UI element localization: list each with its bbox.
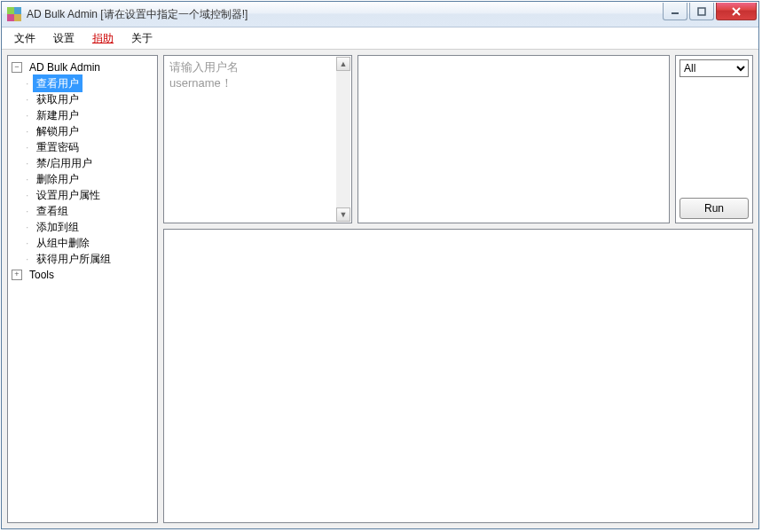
menubar: 文件 设置 捐助 关于: [2, 27, 758, 50]
expand-icon[interactable]: +: [12, 270, 22, 280]
tree-item[interactable]: ·新建用户: [10, 107, 155, 123]
top-row: ▲ ▼ All Run: [163, 55, 753, 223]
tree-item[interactable]: ·重置密码: [10, 139, 155, 155]
app-window: AD Bulk Admin [请在设置中指定一个域控制器!] 文件 设置 捐助 …: [1, 1, 759, 529]
right-column: ▲ ▼ All Run: [163, 55, 753, 523]
tree-item[interactable]: ·查看组: [10, 203, 155, 219]
window-controls: [661, 3, 757, 20]
tree-item-label: 新建用户: [33, 106, 82, 124]
middle-panel: [357, 55, 670, 223]
tree-item-label: 查看组: [33, 202, 72, 220]
input-scrollbar[interactable]: ▲ ▼: [336, 57, 350, 222]
menu-settings[interactable]: 设置: [44, 29, 83, 48]
tree-item-label: 删除用户: [33, 170, 82, 188]
tree-item-label: 解锁用户: [33, 122, 82, 140]
scroll-down-icon[interactable]: ▼: [336, 207, 350, 222]
maximize-icon: [697, 7, 706, 16]
tree-item-label: 从组中删除: [33, 234, 93, 252]
nav-tree: − AD Bulk Admin ·查看用户·获取用户·新建用户·解锁用户·重置密…: [10, 59, 155, 283]
tree-tools-label: Tools: [26, 266, 58, 284]
results-panel: [163, 229, 753, 523]
tree-item-label: 设置用户属性: [33, 186, 104, 204]
tree-item[interactable]: ·从组中删除: [10, 235, 155, 251]
titlebar[interactable]: AD Bulk Admin [请在设置中指定一个域控制器!]: [2, 2, 758, 27]
client-area: − AD Bulk Admin ·查看用户·获取用户·新建用户·解锁用户·重置密…: [2, 50, 758, 528]
tree-item[interactable]: ·添加到组: [10, 219, 155, 235]
tree-node-root[interactable]: − AD Bulk Admin: [10, 59, 155, 75]
tree-item[interactable]: ·获得用户所属组: [10, 251, 155, 267]
maximize-button[interactable]: [689, 3, 714, 20]
tree-item[interactable]: ·删除用户: [10, 171, 155, 187]
window-title: AD Bulk Admin [请在设置中指定一个域控制器!]: [27, 7, 247, 22]
tree-item-label: 查看用户: [33, 74, 82, 92]
scroll-up-icon[interactable]: ▲: [336, 57, 350, 71]
run-button[interactable]: Run: [680, 198, 749, 219]
menu-about[interactable]: 关于: [122, 29, 161, 48]
tree-item[interactable]: ·查看用户: [10, 75, 155, 91]
menu-donate[interactable]: 捐助: [83, 29, 122, 48]
minimize-button[interactable]: [663, 3, 687, 20]
app-icon: [7, 7, 21, 21]
tree-node-tools[interactable]: + Tools: [10, 267, 155, 283]
minimize-icon: [671, 7, 680, 16]
close-button[interactable]: [716, 3, 757, 20]
tree-item-label: 获得用户所属组: [33, 250, 114, 268]
tree-item[interactable]: ·解锁用户: [10, 123, 155, 139]
close-icon: [731, 7, 742, 16]
tree-panel: − AD Bulk Admin ·查看用户·获取用户·新建用户·解锁用户·重置密…: [7, 55, 158, 523]
tree-item[interactable]: ·禁/启用用户: [10, 155, 155, 171]
tree-item-label: 添加到组: [33, 218, 82, 236]
tree-item-label: 获取用户: [33, 90, 82, 108]
tree-item[interactable]: ·设置用户属性: [10, 187, 155, 203]
svg-rect-1: [698, 8, 705, 15]
tree-item-label: 重置密码: [33, 138, 82, 156]
tree-root-label: AD Bulk Admin: [26, 59, 104, 76]
tree-item[interactable]: ·获取用户: [10, 91, 155, 107]
menu-file[interactable]: 文件: [5, 29, 44, 48]
tree-item-label: 禁/启用用户: [33, 154, 96, 172]
username-input[interactable]: [164, 56, 351, 223]
action-panel: All Run: [675, 55, 753, 223]
collapse-icon[interactable]: −: [12, 62, 22, 73]
filter-select[interactable]: All: [680, 59, 749, 77]
username-input-panel: ▲ ▼: [163, 55, 352, 223]
